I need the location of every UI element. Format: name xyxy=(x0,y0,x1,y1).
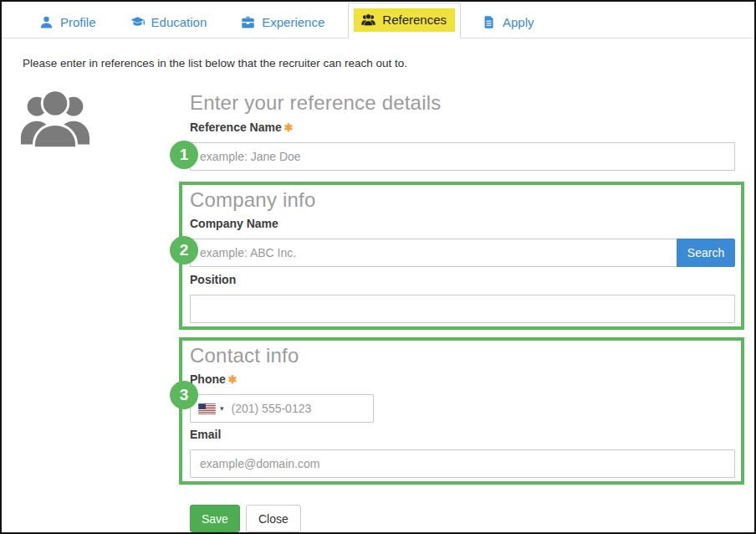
phone-input[interactable] xyxy=(232,395,373,422)
close-button[interactable]: Close xyxy=(246,505,301,532)
reference-name-label: Reference Name xyxy=(190,121,282,134)
graduation-cap-icon xyxy=(130,15,145,29)
contact-heading: Contact info xyxy=(190,343,735,368)
company-name-input[interactable] xyxy=(190,239,677,267)
search-button[interactable]: Search xyxy=(677,239,735,267)
reference-name-label-row: Reference Name✱ xyxy=(190,120,735,135)
position-label-row: Position xyxy=(190,272,735,287)
tab-label: References xyxy=(382,13,447,27)
tab-label: Education xyxy=(151,15,207,29)
reference-name-input[interactable] xyxy=(190,142,735,171)
annotation-step-2: 2 xyxy=(170,236,198,264)
briefcase-icon xyxy=(241,15,255,29)
users-large-icon xyxy=(18,85,92,151)
tab-education[interactable]: Education xyxy=(120,7,218,38)
reference-form: Enter your reference details Reference N… xyxy=(190,91,735,532)
instruction-text: Please enter in references in the list b… xyxy=(23,57,754,69)
position-input[interactable] xyxy=(190,295,735,323)
company-name-label: Company Name xyxy=(190,217,278,230)
references-highlight: References xyxy=(354,8,455,32)
tab-apply[interactable]: Apply xyxy=(471,7,545,38)
annotation-step-1: 1 xyxy=(170,141,198,169)
tab-label: Experience xyxy=(262,15,324,29)
tab-label: Apply xyxy=(503,15,534,29)
company-search-group: Search xyxy=(190,239,735,267)
file-text-icon xyxy=(482,15,496,29)
us-flag-icon xyxy=(198,403,216,414)
required-marker: ✱ xyxy=(284,121,294,134)
tab-label: Profile xyxy=(60,15,96,29)
company-heading: Company info xyxy=(190,187,735,213)
tab-profile[interactable]: Profile xyxy=(28,7,107,38)
user-icon xyxy=(39,15,54,29)
form-heading: Enter your reference details xyxy=(190,91,735,115)
company-name-label-row: Company Name xyxy=(190,216,735,231)
tab-references[interactable]: References xyxy=(348,3,461,39)
position-label: Position xyxy=(190,273,236,286)
save-button[interactable]: Save xyxy=(190,505,240,532)
email-label: Email xyxy=(190,428,221,441)
country-select[interactable]: ▾ xyxy=(198,403,224,414)
email-label-row: Email xyxy=(190,427,735,442)
phone-field: ▾ xyxy=(190,394,374,423)
tab-experience[interactable]: Experience xyxy=(230,7,335,38)
phone-label: Phone xyxy=(190,372,226,386)
window: Profile Education Experience References xyxy=(0,0,756,534)
phone-label-row: Phone✱ xyxy=(190,372,735,387)
form-actions: Save Close xyxy=(190,505,735,532)
contact-info-box: Contact info Phone✱ xyxy=(179,337,744,485)
company-info-box: Company info Company Name Search Positio… xyxy=(179,182,744,330)
users-icon xyxy=(361,13,375,27)
annotation-step-3: 3 xyxy=(170,381,198,409)
email-input[interactable] xyxy=(190,449,735,478)
required-marker: ✱ xyxy=(228,373,238,386)
tab-bar: Profile Education Experience References xyxy=(2,2,754,39)
chevron-down-icon: ▾ xyxy=(220,405,224,413)
